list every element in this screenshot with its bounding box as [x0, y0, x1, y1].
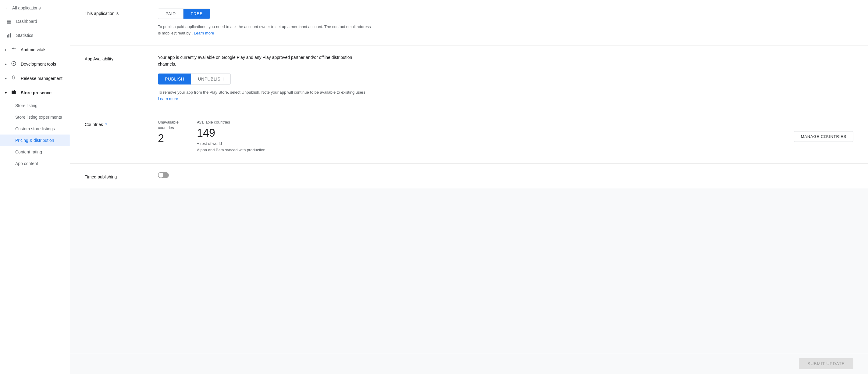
timed-row: Timed publishing: [85, 172, 854, 179]
nav-label-android-vitals: Android vitals: [21, 47, 46, 52]
sidebar-item-store-listing[interactable]: Store listing: [0, 100, 70, 111]
availability-description: Your app is currently available on Googl…: [158, 54, 371, 68]
page-content: This application is PAID FREE To publish…: [70, 0, 868, 188]
nav-item-store-presence[interactable]: ▾ Store presence: [0, 85, 70, 100]
main-content: This application is PAID FREE To publish…: [70, 0, 868, 374]
expand-arrow-release: ▸: [5, 76, 7, 81]
available-countries-stat: Available countries 149 + rest of world …: [197, 120, 266, 152]
unavailable-label: Unavailablecountries: [158, 120, 179, 131]
release-mgmt-icon: [11, 75, 17, 82]
svg-rect-6: [11, 91, 16, 94]
manage-countries-button[interactable]: MANAGE COUNTRIES: [794, 131, 854, 142]
nav-item-statistics[interactable]: Statistics: [0, 28, 70, 42]
expand-arrow-store: ▾: [5, 91, 7, 95]
learn-more-link[interactable]: Learn more: [194, 31, 214, 35]
unavailable-count: 2: [158, 132, 179, 145]
timed-label: Timed publishing: [85, 172, 146, 179]
svg-rect-1: [8, 34, 9, 37]
sidebar-item-pricing-distribution[interactable]: Pricing & distribution: [0, 135, 70, 146]
nav-label-release-mgmt: Release management: [21, 76, 62, 81]
rest-of-world: + rest of world: [197, 141, 266, 146]
paid-button[interactable]: PAID: [158, 9, 184, 19]
statistics-icon: [6, 32, 12, 38]
sidebar-top: ← All applications: [0, 0, 70, 15]
countries-section: Countries * Unavailablecountries 2 Avail…: [70, 111, 868, 164]
publish-button[interactable]: PUBLISH: [158, 74, 191, 85]
publish-unpublish-group: PUBLISH UNPUBLISH: [158, 74, 854, 85]
timed-content: [158, 172, 854, 178]
app-availability-section: App Availability Your app is currently a…: [70, 46, 868, 111]
android-vitals-icon: [11, 46, 17, 53]
nav-label-statistics: Statistics: [16, 33, 33, 38]
store-presence-subitems: Store listing Store listing experiments …: [0, 100, 70, 169]
timed-toggle-row: [158, 172, 854, 178]
sidebar-item-app-content[interactable]: App content: [0, 158, 70, 169]
countries-stats-row: Unavailablecountries 2 Available countri…: [158, 120, 854, 152]
sidebar-item-custom-store-listings[interactable]: Custom store listings: [0, 123, 70, 135]
nav-item-release-management[interactable]: ▸ Release management: [0, 71, 70, 85]
sidebar-item-content-rating[interactable]: Content rating: [0, 146, 70, 158]
free-button[interactable]: FREE: [184, 9, 210, 19]
nav-label-store-presence: Store presence: [21, 90, 52, 95]
app-is-row: This application is PAID FREE To publish…: [85, 8, 854, 37]
svg-rect-0: [7, 35, 8, 37]
removal-info-text: To remove your app from the Play Store, …: [158, 89, 371, 102]
countries-content: Unavailablecountries 2 Available countri…: [158, 120, 854, 155]
countries-label: Countries *: [85, 120, 146, 127]
expand-arrow-dev: ▸: [5, 62, 7, 66]
timed-publishing-section: Timed publishing: [70, 164, 868, 188]
paid-free-toggle-group: PAID FREE: [158, 8, 210, 19]
nav-item-dashboard[interactable]: ▦ Dashboard: [0, 15, 70, 28]
content-area: This application is PAID FREE To publish…: [70, 0, 868, 353]
sidebar: ← All applications ▦ Dashboard Statistic…: [0, 0, 70, 374]
availability-row: App Availability Your app is currently a…: [85, 54, 854, 102]
countries-actions: MANAGE COUNTRIES: [284, 120, 854, 142]
sidebar-item-store-listing-experiments[interactable]: Store listing experiments: [0, 111, 70, 123]
unpublish-button[interactable]: UNPUBLISH: [191, 74, 231, 85]
expand-arrow-vitals: ▸: [5, 48, 7, 52]
svg-point-4: [13, 63, 14, 64]
toggle-slider: [158, 172, 169, 178]
removal-learn-more-link[interactable]: Learn more: [158, 96, 178, 101]
nav-item-android-vitals[interactable]: ▸ Android vitals: [0, 42, 70, 57]
availability-content: Your app is currently available on Googl…: [158, 54, 854, 102]
app-is-content: PAID FREE To publish paid applications, …: [158, 8, 854, 37]
back-arrow-icon: ←: [5, 5, 9, 10]
app-is-label: This application is: [85, 8, 146, 16]
dashboard-icon: ▦: [6, 18, 12, 24]
nav-label-dashboard: Dashboard: [16, 19, 37, 24]
unavailable-countries-stat: Unavailablecountries 2: [158, 120, 179, 145]
store-presence-icon: [11, 89, 17, 96]
svg-rect-2: [10, 33, 11, 37]
timed-publishing-toggle[interactable]: [158, 172, 169, 178]
available-label: Available countries: [197, 120, 266, 125]
back-link-label: All applications: [12, 5, 40, 10]
available-count: 149: [197, 126, 266, 139]
submit-update-button[interactable]: SUBMIT UPDATE: [799, 358, 854, 369]
app-is-section: This application is PAID FREE To publish…: [70, 0, 868, 46]
svg-point-5: [12, 76, 15, 78]
back-link[interactable]: ← All applications: [5, 5, 65, 10]
alpha-beta-text: Alpha and Beta synced with production: [197, 148, 266, 152]
countries-row-outer: Countries * Unavailablecountries 2 Avail…: [85, 120, 854, 155]
nav-label-dev-tools: Development tools: [21, 62, 56, 66]
dev-tools-icon: [11, 61, 17, 67]
availability-label: App Availability: [85, 54, 146, 61]
nav-item-development-tools[interactable]: ▸ Development tools: [0, 57, 70, 71]
footer-bar: SUBMIT UPDATE: [70, 353, 868, 374]
required-indicator: *: [105, 122, 107, 127]
merchant-info-text: To publish paid applications, you need t…: [158, 24, 371, 37]
